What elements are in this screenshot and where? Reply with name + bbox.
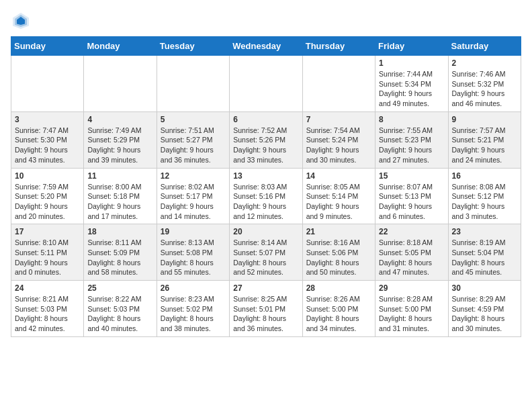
calendar-cell: 24Sunrise: 8:21 AM Sunset: 5:03 PM Dayli…	[11, 281, 84, 337]
calendar-cell: 12Sunrise: 8:02 AM Sunset: 5:17 PM Dayli…	[157, 168, 229, 224]
day-info: Sunrise: 8:23 AM Sunset: 5:02 PM Dayligh…	[161, 294, 226, 334]
logo-icon	[11, 11, 31, 31]
day-number: 19	[161, 227, 226, 236]
calendar-week-1: 1Sunrise: 7:44 AM Sunset: 5:34 PM Daylig…	[11, 56, 521, 112]
day-number: 11	[87, 171, 152, 181]
day-info: Sunrise: 8:16 AM Sunset: 5:06 PM Dayligh…	[306, 238, 371, 277]
day-number: 7	[306, 115, 371, 124]
calendar-cell: 3Sunrise: 7:47 AM Sunset: 5:30 PM Daylig…	[11, 111, 84, 168]
day-number: 12	[161, 171, 226, 181]
day-number: 18	[87, 227, 152, 236]
calendar-week-3: 10Sunrise: 7:59 AM Sunset: 5:20 PM Dayli…	[11, 168, 521, 224]
day-info: Sunrise: 8:10 AM Sunset: 5:11 PM Dayligh…	[15, 238, 80, 277]
calendar-body: 1Sunrise: 7:44 AM Sunset: 5:34 PM Daylig…	[11, 56, 521, 337]
day-info: Sunrise: 8:22 AM Sunset: 5:03 PM Dayligh…	[87, 294, 152, 334]
calendar-cell	[157, 56, 229, 112]
day-number: 30	[452, 283, 517, 293]
day-number: 1	[379, 58, 444, 68]
calendar-cell	[302, 56, 375, 112]
day-number: 29	[379, 283, 444, 293]
calendar-cell: 19Sunrise: 8:13 AM Sunset: 5:08 PM Dayli…	[157, 224, 229, 281]
calendar-cell: 22Sunrise: 8:18 AM Sunset: 5:05 PM Dayli…	[375, 224, 448, 281]
day-info: Sunrise: 8:28 AM Sunset: 5:00 PM Dayligh…	[379, 294, 444, 334]
calendar-cell: 30Sunrise: 8:29 AM Sunset: 4:59 PM Dayli…	[448, 281, 521, 337]
day-number: 4	[87, 115, 152, 124]
day-info: Sunrise: 8:21 AM Sunset: 5:03 PM Dayligh…	[15, 294, 80, 334]
calendar-cell: 13Sunrise: 8:03 AM Sunset: 5:16 PM Dayli…	[230, 168, 302, 224]
calendar-cell: 20Sunrise: 8:14 AM Sunset: 5:07 PM Dayli…	[230, 224, 302, 281]
day-info: Sunrise: 8:14 AM Sunset: 5:07 PM Dayligh…	[233, 238, 298, 277]
calendar-week-5: 24Sunrise: 8:21 AM Sunset: 5:03 PM Dayli…	[11, 281, 521, 337]
calendar-cell: 23Sunrise: 8:19 AM Sunset: 5:04 PM Dayli…	[448, 224, 521, 281]
day-info: Sunrise: 8:11 AM Sunset: 5:09 PM Dayligh…	[87, 238, 152, 277]
day-number: 26	[161, 283, 226, 293]
day-info: Sunrise: 8:07 AM Sunset: 5:13 PM Dayligh…	[379, 182, 444, 222]
calendar-cell	[11, 56, 84, 112]
calendar-cell: 10Sunrise: 7:59 AM Sunset: 5:20 PM Dayli…	[11, 168, 84, 224]
calendar-table: Sunday Monday Tuesday Wednesday Thursday…	[11, 36, 521, 337]
day-number: 15	[379, 171, 444, 181]
calendar-cell: 5Sunrise: 7:51 AM Sunset: 5:27 PM Daylig…	[157, 111, 229, 168]
day-info: Sunrise: 7:57 AM Sunset: 5:21 PM Dayligh…	[452, 126, 517, 165]
calendar-cell: 6Sunrise: 7:52 AM Sunset: 5:26 PM Daylig…	[230, 111, 302, 168]
col-thursday: Thursday	[302, 37, 375, 56]
calendar-cell: 26Sunrise: 8:23 AM Sunset: 5:02 PM Dayli…	[157, 281, 229, 337]
day-info: Sunrise: 8:26 AM Sunset: 5:00 PM Dayligh…	[306, 294, 371, 334]
day-number: 10	[15, 171, 80, 181]
calendar-cell: 25Sunrise: 8:22 AM Sunset: 5:03 PM Dayli…	[84, 281, 157, 337]
calendar-cell: 7Sunrise: 7:54 AM Sunset: 5:24 PM Daylig…	[302, 111, 375, 168]
col-sunday: Sunday	[11, 37, 84, 56]
logo	[11, 11, 34, 31]
calendar-cell: 4Sunrise: 7:49 AM Sunset: 5:29 PM Daylig…	[84, 111, 157, 168]
day-info: Sunrise: 8:00 AM Sunset: 5:18 PM Dayligh…	[87, 182, 152, 222]
day-info: Sunrise: 7:54 AM Sunset: 5:24 PM Dayligh…	[306, 126, 371, 165]
calendar-cell: 2Sunrise: 7:46 AM Sunset: 5:32 PM Daylig…	[448, 56, 521, 112]
day-number: 5	[161, 115, 226, 124]
day-number: 17	[15, 227, 80, 236]
calendar-cell: 1Sunrise: 7:44 AM Sunset: 5:34 PM Daylig…	[375, 56, 448, 112]
day-info: Sunrise: 7:44 AM Sunset: 5:34 PM Dayligh…	[379, 69, 444, 109]
day-info: Sunrise: 7:49 AM Sunset: 5:29 PM Dayligh…	[87, 126, 152, 165]
day-info: Sunrise: 7:46 AM Sunset: 5:32 PM Dayligh…	[452, 69, 517, 109]
calendar-cell	[84, 56, 157, 112]
day-info: Sunrise: 7:55 AM Sunset: 5:23 PM Dayligh…	[379, 126, 444, 165]
col-wednesday: Wednesday	[230, 37, 302, 56]
day-number: 23	[452, 227, 517, 236]
col-friday: Friday	[375, 37, 448, 56]
calendar-cell: 29Sunrise: 8:28 AM Sunset: 5:00 PM Dayli…	[375, 281, 448, 337]
day-number: 14	[306, 171, 371, 181]
calendar-cell: 28Sunrise: 8:26 AM Sunset: 5:00 PM Dayli…	[302, 281, 375, 337]
day-number: 16	[452, 171, 517, 181]
day-number: 6	[233, 115, 298, 124]
day-number: 21	[306, 227, 371, 236]
calendar-cell: 14Sunrise: 8:05 AM Sunset: 5:14 PM Dayli…	[302, 168, 375, 224]
day-info: Sunrise: 8:13 AM Sunset: 5:08 PM Dayligh…	[161, 238, 226, 277]
calendar-cell: 16Sunrise: 8:08 AM Sunset: 5:12 PM Dayli…	[448, 168, 521, 224]
day-info: Sunrise: 7:52 AM Sunset: 5:26 PM Dayligh…	[233, 126, 298, 165]
day-number: 3	[15, 115, 80, 124]
day-number: 8	[379, 115, 444, 124]
page-header	[11, 11, 521, 31]
col-monday: Monday	[84, 37, 157, 56]
day-info: Sunrise: 7:59 AM Sunset: 5:20 PM Dayligh…	[15, 182, 80, 222]
col-saturday: Saturday	[448, 37, 521, 56]
day-info: Sunrise: 7:51 AM Sunset: 5:27 PM Dayligh…	[161, 126, 226, 165]
day-info: Sunrise: 7:47 AM Sunset: 5:30 PM Dayligh…	[15, 126, 80, 165]
calendar-header: Sunday Monday Tuesday Wednesday Thursday…	[11, 37, 521, 56]
calendar-cell: 18Sunrise: 8:11 AM Sunset: 5:09 PM Dayli…	[84, 224, 157, 281]
day-number: 9	[452, 115, 517, 124]
calendar-cell: 21Sunrise: 8:16 AM Sunset: 5:06 PM Dayli…	[302, 224, 375, 281]
calendar-week-2: 3Sunrise: 7:47 AM Sunset: 5:30 PM Daylig…	[11, 111, 521, 168]
calendar-cell: 11Sunrise: 8:00 AM Sunset: 5:18 PM Dayli…	[84, 168, 157, 224]
day-number: 28	[306, 283, 371, 293]
calendar-cell: 8Sunrise: 7:55 AM Sunset: 5:23 PM Daylig…	[375, 111, 448, 168]
day-info: Sunrise: 8:03 AM Sunset: 5:16 PM Dayligh…	[233, 182, 298, 222]
header-row: Sunday Monday Tuesday Wednesday Thursday…	[11, 37, 521, 56]
calendar-cell: 27Sunrise: 8:25 AM Sunset: 5:01 PM Dayli…	[230, 281, 302, 337]
col-tuesday: Tuesday	[157, 37, 229, 56]
calendar-cell	[230, 56, 302, 112]
day-number: 25	[87, 283, 152, 293]
calendar-cell: 9Sunrise: 7:57 AM Sunset: 5:21 PM Daylig…	[448, 111, 521, 168]
day-info: Sunrise: 8:19 AM Sunset: 5:04 PM Dayligh…	[452, 238, 517, 277]
day-info: Sunrise: 8:25 AM Sunset: 5:01 PM Dayligh…	[233, 294, 298, 334]
